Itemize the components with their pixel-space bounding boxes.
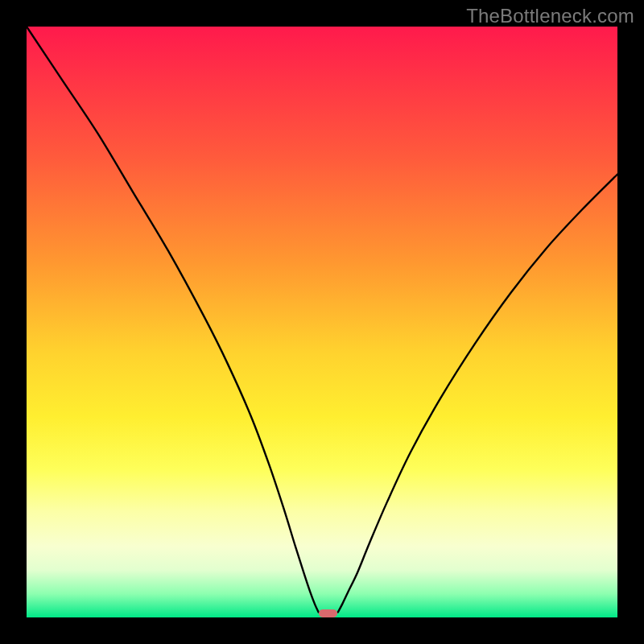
chart-frame: TheBottleneck.com	[0, 0, 644, 644]
optimum-marker	[319, 609, 337, 617]
curve-right-branch	[338, 175, 617, 613]
watermark-text: TheBottleneck.com	[466, 5, 634, 27]
plot-area	[27, 27, 617, 617]
curve-left-branch	[27, 27, 319, 612]
bottleneck-curve	[27, 27, 617, 617]
